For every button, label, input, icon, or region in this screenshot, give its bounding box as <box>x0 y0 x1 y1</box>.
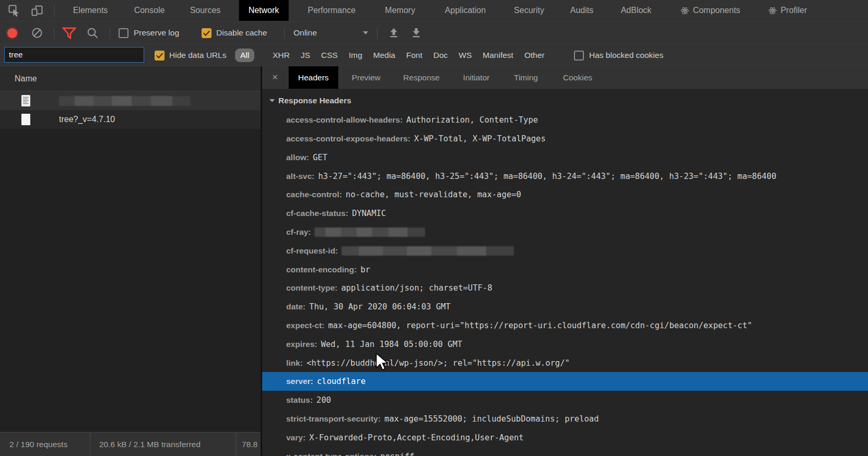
close-details-icon[interactable]: × <box>269 66 281 89</box>
header-value: <https://buddho.nl/wp-json/>; rel="https… <box>307 358 570 368</box>
type-filter-manifest[interactable]: Manifest <box>483 51 513 60</box>
transferred-size: 20.6 kB / 2.1 MB transferred <box>90 433 236 456</box>
details-tab-initiator[interactable]: Initiator <box>454 66 499 89</box>
header-value: nosniff <box>380 452 414 456</box>
has-blocked-cookies-checkbox[interactable] <box>574 51 584 61</box>
devtools-tab-bar: ElementsConsoleSourcesNetworkPerformance… <box>0 0 868 21</box>
header-value: Thu, 30 Apr 2020 06:04:03 GMT <box>309 302 451 311</box>
record-network-log-button[interactable] <box>7 28 17 38</box>
tab-profiler[interactable]: Profiler <box>759 0 817 21</box>
type-filter-all[interactable]: All <box>235 49 254 62</box>
type-filter-font[interactable]: Font <box>406 51 423 60</box>
type-filter-media[interactable]: Media <box>373 51 395 60</box>
header-value: max-age=15552000; includeSubDomains; pre… <box>384 414 599 424</box>
header-value: application/json; charset=UTF-8 <box>341 283 492 293</box>
response-header-content-encoding[interactable]: content-encoding:br <box>262 260 868 279</box>
details-tab-response[interactable]: Response <box>394 66 449 89</box>
tab-performance[interactable]: Performance <box>298 0 365 21</box>
response-header-vary[interactable]: vary:X-Forwarded-Proto,Accept-Encoding,U… <box>262 428 868 447</box>
tab-components[interactable]: Components <box>671 0 750 21</box>
tab-adblock[interactable]: AdBlock <box>612 0 661 21</box>
tab-memory[interactable]: Memory <box>376 0 425 21</box>
request-row-tree[interactable]: tree?_v=4.7.10 <box>0 110 261 129</box>
name-column-header[interactable]: Name <box>0 66 261 91</box>
import-har-icon[interactable] <box>389 28 399 38</box>
filter-icon[interactable] <box>62 27 76 39</box>
document-icon <box>21 94 30 107</box>
response-header-access-control-allow-headers[interactable]: access-control-allow-headers:Authorizati… <box>262 111 868 129</box>
search-icon[interactable] <box>87 27 99 39</box>
tab-security[interactable]: Security <box>505 0 554 21</box>
header-name: vary: <box>286 433 306 442</box>
preserve-log-label[interactable]: Preserve log <box>134 21 179 44</box>
inspect-element-icon[interactable] <box>8 5 20 17</box>
response-header-cache-control[interactable]: cache-control:no-cache, must-revalidate,… <box>262 185 868 204</box>
request-row[interactable] <box>0 91 261 110</box>
toggle-device-toolbar-icon[interactable] <box>31 5 43 17</box>
header-value: h3-27=":443"; ma=86400, h3-25=":443"; ma… <box>318 172 776 181</box>
type-filter-js[interactable]: JS <box>301 51 310 60</box>
tab-audits[interactable]: Audits <box>561 0 603 21</box>
type-filter-css[interactable]: CSS <box>321 51 338 60</box>
requests-count: 2 / 190 requests <box>0 433 90 456</box>
redacted-request-name <box>59 96 191 106</box>
finish-time: 78.8 <box>236 433 257 456</box>
has-blocked-cookies-label[interactable]: Has blocked cookies <box>589 44 663 66</box>
tab-application[interactable]: Application <box>436 0 495 21</box>
details-tab-headers[interactable]: Headers <box>289 66 338 89</box>
hide-data-urls-label[interactable]: Hide data URLs <box>169 44 226 66</box>
disable-cache-label[interactable]: Disable cache <box>216 21 267 44</box>
header-name: content-encoding: <box>286 265 357 274</box>
header-value: no-cache, must-revalidate, max-age=0 <box>346 190 521 199</box>
preserve-log-checkbox[interactable] <box>119 28 128 38</box>
throttling-dropdown-arrow-icon[interactable] <box>363 31 368 34</box>
hide-data-urls-checkbox[interactable] <box>155 51 165 61</box>
details-tab-cookies[interactable]: Cookies <box>554 66 602 89</box>
response-headers-section[interactable]: Response Headers <box>269 93 868 109</box>
response-header-cf-ray[interactable]: cf-ray: <box>262 223 868 242</box>
filter-input[interactable] <box>4 47 144 63</box>
type-filter-doc[interactable]: Doc <box>433 51 448 60</box>
tab-network[interactable]: Network <box>239 0 289 21</box>
type-filter-xhr[interactable]: XHR <box>273 51 290 60</box>
header-name: expires: <box>286 340 317 349</box>
header-name: expect-ct: <box>286 321 324 330</box>
response-header-expires[interactable]: expires:Wed, 11 Jan 1984 05:00:00 GMT <box>262 335 868 354</box>
throttling-select[interactable]: Online <box>294 21 317 44</box>
response-header-server[interactable]: server:cloudflare <box>262 372 868 391</box>
response-header-cf-cache-status[interactable]: cf-cache-status:DYNAMIC <box>262 204 868 223</box>
response-header-strict-transport-security[interactable]: strict-transport-security:max-age=155520… <box>262 410 868 428</box>
type-filter-other[interactable]: Other <box>524 51 545 60</box>
response-header-access-control-expose-headers[interactable]: access-control-expose-headers:X-WP-Total… <box>262 129 868 148</box>
response-header-content-type[interactable]: content-type:application/json; charset=U… <box>262 279 868 297</box>
tab-elements[interactable]: Elements <box>64 0 118 21</box>
tab-sources[interactable]: Sources <box>181 0 230 21</box>
disable-cache-checkbox[interactable] <box>202 28 212 38</box>
response-header-status[interactable]: status:200 <box>262 391 868 410</box>
file-icon <box>21 113 30 126</box>
header-name: allow: <box>286 153 309 162</box>
tab-console[interactable]: Console <box>125 0 174 21</box>
type-filter-ws[interactable]: WS <box>459 51 472 60</box>
react-atom-icon <box>681 6 689 15</box>
response-header-date[interactable]: date:Thu, 30 Apr 2020 06:04:03 GMT <box>262 297 868 316</box>
response-header-link[interactable]: link:<https://buddho.nl/wp-json/>; rel="… <box>262 354 868 373</box>
request-list-panel: Name tree?_v=4.7.10 2 / 190 requests 20.… <box>0 66 261 456</box>
header-name: link: <box>286 358 303 367</box>
export-har-icon[interactable] <box>411 28 421 38</box>
redacted-header-value <box>314 227 425 237</box>
response-header-cf-request-id[interactable]: cf-request-id: <box>262 242 868 260</box>
details-tab-preview[interactable]: Preview <box>342 66 390 89</box>
response-header-alt-svc[interactable]: alt-svc:h3-27=":443"; ma=86400, h3-25=":… <box>262 167 868 186</box>
clear-network-log-icon[interactable] <box>31 27 43 39</box>
header-value: 200 <box>316 395 331 405</box>
response-header-expect-ct[interactable]: expect-ct:max-age=604800, report-uri="ht… <box>262 316 868 335</box>
mouse-cursor <box>376 353 390 374</box>
request-name: tree?_v=4.7.10 <box>59 115 115 124</box>
details-tab-timing[interactable]: Timing <box>505 66 547 89</box>
response-header-x-content-type-options[interactable]: x-content-type-options:nosniff <box>262 447 868 456</box>
type-filter-img[interactable]: Img <box>349 51 362 60</box>
response-header-allow[interactable]: allow:GET <box>262 148 868 167</box>
network-toolbar: Preserve log Disable cache Online <box>0 21 868 44</box>
header-name: date: <box>286 302 306 311</box>
